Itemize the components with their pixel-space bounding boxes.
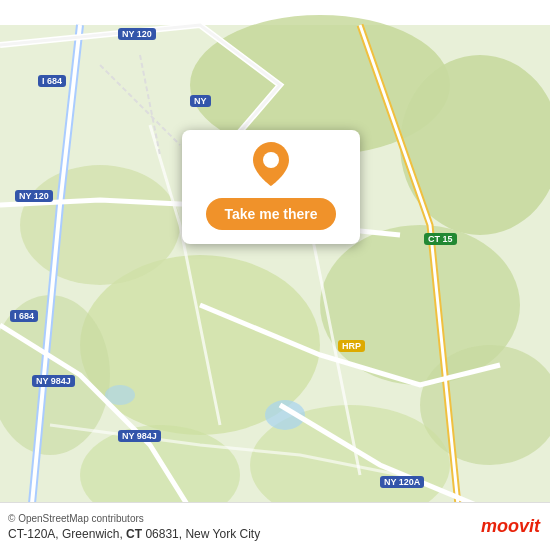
badge-ny984j-1: NY 984J bbox=[32, 375, 75, 387]
badge-ct15: CT 15 bbox=[424, 233, 457, 245]
badge-hrp: HRP bbox=[338, 340, 365, 352]
map-attribution: © OpenStreetMap contributors bbox=[8, 513, 481, 524]
badge-ny120a: NY 120A bbox=[380, 476, 424, 488]
badge-i684-top: I 684 bbox=[38, 75, 66, 87]
svg-point-12 bbox=[263, 152, 279, 168]
moovit-logo: moovit bbox=[481, 516, 540, 537]
map-container: NY 120 I 684 NY 120 CT 15 I 684 HRP NY 9… bbox=[0, 0, 550, 550]
popup-card: Take me there bbox=[182, 130, 360, 244]
map-background bbox=[0, 0, 550, 550]
badge-ny120-top: NY 120 bbox=[118, 28, 156, 40]
address-text: CT-120A, Greenwich, CT 06831, New York C… bbox=[8, 527, 481, 541]
location-pin-icon bbox=[253, 142, 289, 186]
badge-ny120-mid: NY 120 bbox=[15, 190, 53, 202]
badge-i684-mid: I 684 bbox=[10, 310, 38, 322]
moovit-brand-text: moovit bbox=[481, 516, 540, 537]
take-me-there-button[interactable]: Take me there bbox=[206, 198, 335, 230]
badge-ny-topright: NY bbox=[190, 95, 211, 107]
badge-ny984j-2: NY 984J bbox=[118, 430, 161, 442]
bottom-bar: © OpenStreetMap contributors CT-120A, Gr… bbox=[0, 502, 550, 550]
svg-point-5 bbox=[20, 165, 180, 285]
